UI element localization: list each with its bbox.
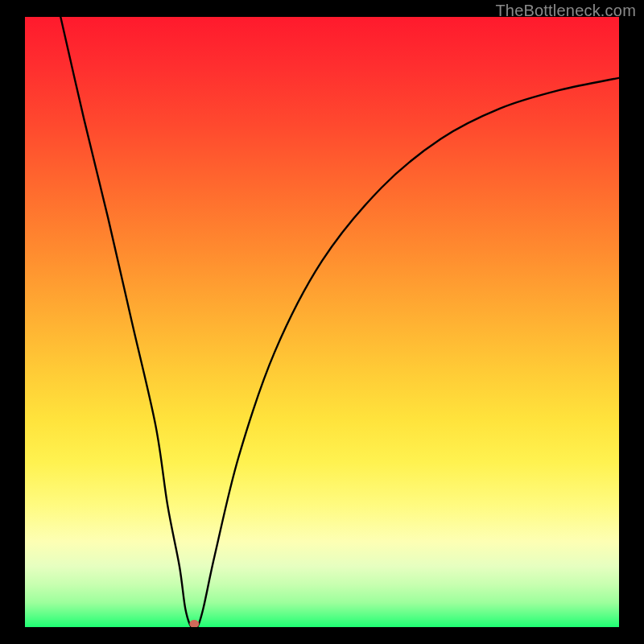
bottleneck-curve — [25, 17, 619, 627]
bottleneck-curve-path — [60, 17, 619, 627]
minimum-marker — [189, 620, 199, 627]
chart-frame: TheBottleneck.com — [0, 0, 644, 644]
plot-area — [24, 16, 620, 628]
